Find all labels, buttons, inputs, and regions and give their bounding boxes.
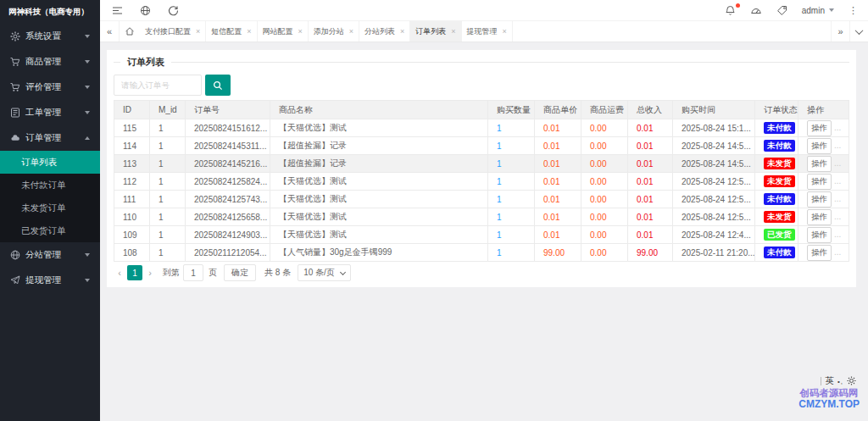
per-page-select[interactable]: 10 条/页: [298, 264, 351, 281]
tab-3[interactable]: 添加分站×: [309, 21, 359, 42]
tab-2[interactable]: 网站配置×: [258, 21, 309, 42]
refresh-icon[interactable]: [168, 5, 179, 16]
cell-qty: 1: [488, 119, 535, 137]
tabs-menu-icon[interactable]: [849, 21, 868, 42]
ime-gear-icon: [847, 376, 856, 387]
cell-action: 操作...: [798, 173, 849, 191]
home-tab[interactable]: [119, 21, 140, 42]
pagination: ‹ 1 › 到第 页 确定 共 8 条 10 条/页: [114, 264, 849, 281]
notification-bell-icon[interactable]: [725, 5, 736, 16]
cell-order: 20250824145216...: [186, 155, 270, 173]
sidebar-item-2[interactable]: 评价管理: [0, 75, 100, 100]
cell-product: 【天猫优选】测试: [270, 191, 488, 208]
status-badge: 未发货: [764, 211, 795, 223]
sidebar-item-4[interactable]: 订单管理: [0, 125, 100, 151]
confirm-page-button[interactable]: 确定: [224, 264, 256, 281]
status-badge: 未付款: [764, 193, 795, 205]
tab-close-icon[interactable]: ×: [196, 27, 200, 36]
ime-indicator: 英 •,: [821, 375, 856, 387]
order-row: 108120250211212054...【人气销量】30g足金手镯999199…: [114, 244, 849, 262]
tab-close-icon[interactable]: ×: [503, 27, 507, 36]
more-menu-icon[interactable]: ⋮: [849, 5, 858, 16]
row-action-button[interactable]: 操作: [807, 227, 832, 243]
sidebar-item-0[interactable]: 系统设置: [0, 24, 100, 49]
cell-ship: 0.00: [581, 244, 628, 262]
user-menu[interactable]: admin: [802, 6, 834, 15]
cell-status: 未付款: [755, 191, 798, 208]
sidebar-item-5[interactable]: 分站管理: [0, 242, 100, 268]
row-action-button[interactable]: 操作: [807, 191, 832, 208]
gear-icon: [9, 31, 20, 42]
tab-close-icon[interactable]: ×: [451, 27, 455, 36]
cell-action: 操作...: [798, 226, 849, 244]
next-page-button[interactable]: ›: [144, 268, 156, 278]
row-action-button[interactable]: 操作: [807, 174, 832, 190]
cell-qty: 1: [488, 191, 535, 208]
globe-icon[interactable]: [140, 5, 151, 16]
row-action-button[interactable]: 操作: [807, 209, 832, 225]
cell-product: 【超值捡漏】记录: [270, 137, 488, 155]
cell-id: 114: [114, 137, 150, 155]
tab-5[interactable]: 订单列表×: [410, 21, 461, 42]
order-search-input[interactable]: [114, 75, 202, 96]
sidebar-subitem-0[interactable]: 订单列表: [0, 151, 100, 174]
tab-label: 添加分站: [314, 26, 344, 37]
caret-icon: [85, 279, 90, 282]
tabs-scroll-left[interactable]: «: [100, 21, 119, 42]
tab-0[interactable]: 支付接口配置×: [140, 21, 206, 42]
cell-ship: 0.00: [581, 208, 628, 226]
sidebar-subitem-2[interactable]: 未发货订单: [0, 197, 100, 219]
sidebar-item-6[interactable]: 提现管理: [0, 268, 100, 293]
panel-title-block: 订单列表: [114, 55, 849, 69]
cell-status: 未发货: [755, 208, 798, 226]
cell-id: 112: [114, 173, 150, 191]
row-action-button[interactable]: 操作: [807, 120, 832, 136]
cell-mid: 1: [150, 226, 186, 244]
search-button[interactable]: [205, 75, 231, 96]
tab-4[interactable]: 分站列表×: [359, 21, 410, 42]
cell-id: 109: [114, 226, 150, 244]
page-label: 页: [209, 267, 217, 279]
current-page[interactable]: 1: [127, 265, 142, 280]
main-area: admin ⋮ « 支付接口配置×短信配置×网站配置×添加分站×分站列表×订单列…: [100, 0, 868, 421]
sidebar-item-3[interactable]: 工单管理: [0, 100, 100, 125]
row-action-button[interactable]: 操作: [807, 245, 832, 261]
row-action-button[interactable]: 操作: [807, 156, 832, 172]
row-action-button[interactable]: 操作: [807, 138, 832, 154]
column-header: M_id: [150, 101, 186, 119]
sidebar-item-1[interactable]: 商品管理: [0, 49, 100, 75]
order-list-card: 订单列表 IDM_id订单号商品名称购买数量商品单价商品运费总收入购买时间订单状…: [107, 50, 856, 287]
cell-time: 2025-02-11 21:20...: [673, 244, 755, 262]
action-dots: ...: [834, 123, 841, 132]
sidebar-subitem-1[interactable]: 未付款订单: [0, 174, 100, 197]
cell-time: 2025-08-24 12:4...: [673, 226, 755, 244]
status-badge: 未付款: [764, 140, 795, 152]
cell-price: 0.01: [535, 173, 581, 191]
cell-ship: 0.00: [581, 173, 628, 191]
sidebar-subitem-3[interactable]: 已发货订单: [0, 219, 100, 242]
cell-order: 20250824151612...: [186, 119, 270, 137]
cell-product: 【天猫优选】测试: [270, 208, 488, 226]
tab-close-icon[interactable]: ×: [298, 27, 303, 36]
tabs-scroll-right[interactable]: »: [831, 21, 849, 42]
tab-close-icon[interactable]: ×: [247, 27, 251, 36]
column-header: ID: [114, 101, 150, 119]
status-badge: 未付款: [764, 247, 795, 258]
cell-qty: 1: [488, 226, 535, 244]
tab-close-icon[interactable]: ×: [400, 27, 404, 36]
prev-page-button[interactable]: ‹: [114, 268, 125, 278]
cell-ship: 0.00: [581, 119, 628, 137]
tab-1[interactable]: 短信配置×: [206, 21, 257, 42]
notification-dot: [736, 3, 740, 8]
cell-id: 111: [114, 191, 150, 208]
cell-mid: 1: [150, 244, 186, 262]
order-row: 113120250824145216...【超值捡漏】记录10.010.000.…: [114, 155, 849, 173]
menu-collapse-icon[interactable]: [112, 5, 123, 16]
page-number-input[interactable]: [183, 264, 203, 281]
tab-6[interactable]: 提现管理×: [462, 21, 513, 42]
tab-close-icon[interactable]: ×: [349, 27, 353, 36]
cell-order: 20250824125824...: [186, 173, 270, 191]
theme-icon[interactable]: [750, 5, 762, 16]
caret-icon: [85, 86, 90, 89]
tag-icon[interactable]: [776, 5, 787, 16]
